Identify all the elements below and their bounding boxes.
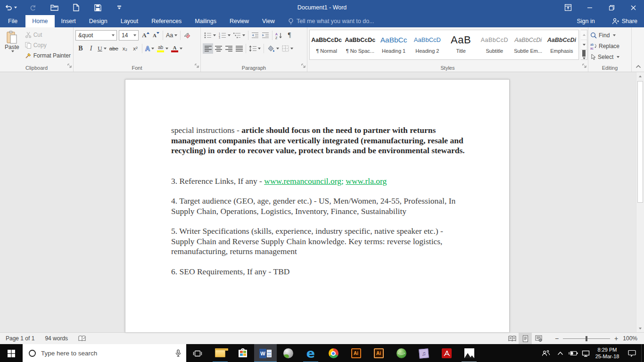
taskbar-app-microsoft-store[interactable]	[231, 344, 254, 362]
styles-scroll-down-button[interactable]	[581, 40, 587, 50]
bullets-button[interactable]	[203, 30, 217, 41]
page-indicator[interactable]: Page 1 of 1	[6, 335, 34, 342]
show-desktop-button[interactable]	[641, 344, 644, 362]
style-emphasis[interactable]: AaBbCcDiEmphasis	[545, 30, 578, 59]
find-button[interactable]: Find	[590, 30, 630, 41]
sign-in-link[interactable]: Sign in	[577, 15, 594, 27]
task-view-button[interactable]	[186, 344, 209, 362]
ribbon-display-options-button[interactable]	[557, 0, 579, 15]
zoom-track[interactable]	[563, 338, 610, 339]
style-heading-2[interactable]: AaBbCcDHeading 2	[411, 30, 444, 59]
taskbar-search-input[interactable]: Type here to search	[23, 344, 186, 362]
tab-mailings[interactable]: Mailings	[188, 15, 223, 27]
taskbar-app-illustrator[interactable]: Ai	[345, 344, 367, 362]
taskbar-app-idm[interactable]	[390, 344, 413, 362]
paragraph[interactable]: 5. Writer Specifications (skills, experi…	[171, 226, 467, 257]
zoom-out-button[interactable]: −	[552, 335, 562, 342]
tab-view[interactable]: View	[256, 15, 281, 27]
action-center-button[interactable]	[622, 344, 641, 362]
strikethrough-button[interactable]: abe	[108, 43, 120, 54]
show-hide-formatting-button[interactable]: ¶	[284, 30, 295, 41]
decrease-indent-button[interactable]	[250, 30, 260, 41]
scroll-down-button[interactable]	[636, 324, 644, 332]
taskbar-app-chrome[interactable]	[322, 344, 345, 362]
taskbar-app-photos[interactable]	[458, 344, 480, 362]
font-name-dropdown[interactable]	[110, 31, 116, 40]
word-count[interactable]: 94 words	[45, 335, 68, 342]
font-size-dropdown[interactable]	[132, 31, 138, 40]
shading-button[interactable]	[265, 43, 281, 54]
paragraph[interactable]: 4. Target audience (GEO, age, gender etc…	[171, 196, 467, 216]
paragraph[interactable]: 6. SEO Requirements, If any - TBD	[171, 267, 467, 277]
microphone-icon[interactable]	[175, 349, 182, 357]
style--normal[interactable]: AaBbCcDc¶ Normal	[310, 30, 343, 59]
people-tray-icon[interactable]	[538, 344, 554, 362]
sort-button[interactable]: AZ	[274, 30, 284, 41]
new-document-button[interactable]	[65, 0, 87, 15]
redo-button[interactable]	[22, 0, 43, 15]
styles-dialog-launcher[interactable]	[582, 62, 587, 70]
taskbar-app-illustrator-alt[interactable]: Ai	[367, 344, 390, 362]
hyperlink[interactable]: www.remancouncil.org;	[264, 176, 344, 186]
taskbar-app-silver-utility[interactable]	[277, 344, 299, 362]
web-layout-button[interactable]	[532, 333, 545, 344]
taskbar-app-word[interactable]: W	[254, 344, 277, 362]
style-subtle-em-[interactable]: AaBbCcDiSubtle Em...	[512, 30, 545, 59]
zoom-level[interactable]: 100%	[621, 335, 644, 342]
tab-file[interactable]: File	[0, 15, 25, 27]
font-size-combo[interactable]: 14	[119, 30, 139, 41]
network-tray-icon[interactable]	[579, 344, 592, 362]
zoom-in-button[interactable]: +	[611, 335, 621, 342]
clipboard-dialog-launcher[interactable]	[67, 62, 72, 70]
style-title[interactable]: AaBTitle	[444, 30, 478, 59]
print-layout-button[interactable]	[519, 333, 532, 344]
style-subtitle[interactable]: AaBbCcDSubtitle	[478, 30, 511, 59]
font-dialog-launcher[interactable]	[195, 62, 199, 70]
maximize-button[interactable]	[601, 0, 622, 15]
copy-button[interactable]: Copy	[24, 40, 72, 50]
vertical-scrollbar[interactable]	[636, 72, 644, 332]
multilevel-list-button[interactable]	[232, 30, 247, 41]
taskbar-app-edge[interactable]: e	[299, 344, 322, 362]
undo-button[interactable]	[0, 0, 22, 15]
tab-review[interactable]: Review	[223, 15, 256, 27]
align-center-button[interactable]	[213, 43, 223, 54]
subscript-button[interactable]: x₂	[120, 43, 130, 54]
share-button[interactable]: Share	[605, 15, 644, 27]
justify-button[interactable]	[234, 43, 244, 54]
paragraph-dialog-launcher[interactable]	[301, 62, 306, 70]
taskbar-clock[interactable]: 8:29 PM 25-Mar-18	[592, 344, 622, 362]
borders-button[interactable]	[281, 43, 295, 54]
change-case-button[interactable]: Aa	[165, 30, 179, 41]
tab-home[interactable]: Home	[25, 15, 54, 27]
taskbar-app-music[interactable]: ♫	[413, 344, 435, 362]
highlight-color-button[interactable]: ab	[156, 43, 170, 54]
paragraph[interactable]: 3. Reference Links, If any - www.remanco…	[171, 176, 467, 187]
text-effects-button[interactable]: A	[144, 43, 156, 54]
close-button[interactable]	[622, 0, 644, 15]
grow-font-button[interactable]: A	[140, 30, 151, 41]
bold-button[interactable]: B	[75, 43, 86, 54]
proofing-status-icon[interactable]	[78, 335, 86, 342]
scrollbar-thumb[interactable]	[637, 81, 643, 203]
font-name-combo[interactable]: &quot	[75, 30, 117, 41]
taskbar-app-file-explorer[interactable]	[209, 344, 231, 362]
tell-me-box[interactable]: Tell me what you want to do...	[288, 15, 374, 27]
increase-indent-button[interactable]	[260, 30, 271, 41]
scroll-up-button[interactable]	[636, 72, 644, 80]
read-mode-button[interactable]	[505, 333, 519, 344]
customize-qat-button[interactable]	[108, 0, 130, 15]
styles-more-button[interactable]	[581, 50, 587, 59]
shrink-font-button[interactable]: A	[151, 30, 161, 41]
superscript-button[interactable]: x²	[130, 43, 140, 54]
styles-scroll-up-button[interactable]	[581, 30, 587, 40]
underline-button[interactable]: U	[96, 43, 108, 54]
format-painter-button[interactable]: Format Painter	[24, 50, 72, 61]
select-button[interactable]: Select	[590, 51, 630, 62]
tab-insert[interactable]: Insert	[55, 15, 83, 27]
font-color-button[interactable]: A	[170, 43, 184, 54]
style--no-spac-[interactable]: AaBbCcDc¶ No Spac...	[343, 30, 377, 59]
replace-button[interactable]: abac Replace	[590, 41, 630, 51]
clear-formatting-button[interactable]	[182, 30, 192, 41]
style-heading-1[interactable]: AaBbCcHeading 1	[377, 30, 411, 59]
